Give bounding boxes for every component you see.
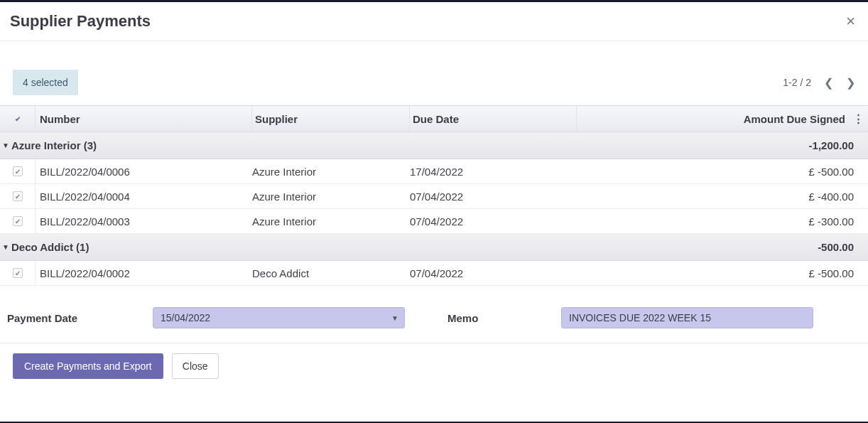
create-payments-export-button[interactable]: Create Payments and Export <box>13 353 163 379</box>
modal-title: Supplier Payments <box>10 12 151 31</box>
cell-supplier: Azure Interior <box>252 215 410 227</box>
group-total: -1,200.00 <box>809 139 868 151</box>
payment-date-value: 15/04/2022 <box>161 312 210 323</box>
controls-row: 4 selected 1-2 / 2 ❮ ❯ <box>0 41 868 98</box>
cell-supplier: Azure Interior <box>252 166 410 178</box>
payment-date-input[interactable]: 15/04/2022 ▼ <box>153 307 405 328</box>
cell-amount: £ -300.00 <box>577 215 868 227</box>
pager-next-icon[interactable]: ❯ <box>846 76 855 90</box>
header-supplier[interactable]: Supplier <box>252 106 410 132</box>
cell-due: 07/04/2022 <box>410 267 577 279</box>
table-row[interactable]: ✔ BILL/2022/04/0004 Azure Interior 07/04… <box>0 184 868 209</box>
row-checkbox[interactable]: ✔ <box>13 268 23 278</box>
pager-text: 1-2 / 2 <box>783 77 811 88</box>
table-header-row: ✔ Number Supplier Due Date Amount Due Si… <box>0 105 868 132</box>
columns-menu-icon[interactable]: ⋮ <box>853 112 864 125</box>
cell-number: BILL/2022/04/0003 <box>36 215 252 227</box>
cell-supplier: Azure Interior <box>252 191 410 203</box>
cell-amount: £ -400.00 <box>577 191 868 203</box>
table-row[interactable]: ✔ BILL/2022/04/0002 Deco Addict 07/04/20… <box>0 261 868 286</box>
caret-down-icon: ▼ <box>391 314 398 322</box>
form-row: Payment Date 15/04/2022 ▼ Memo INVOICES … <box>0 286 868 343</box>
row-checkbox[interactable]: ✔ <box>13 166 23 176</box>
cell-due: 07/04/2022 <box>410 215 577 227</box>
header-amount[interactable]: Amount Due Signed <box>577 113 868 125</box>
supplier-payments-modal: Supplier Payments × 4 selected 1-2 / 2 ❮… <box>0 2 868 422</box>
close-icon[interactable]: × <box>843 12 858 31</box>
group-row-deco[interactable]: ▼ Deco Addict (1) -500.00 <box>0 234 868 261</box>
memo-label: Memo <box>412 312 554 324</box>
table-row[interactable]: ✔ BILL/2022/04/0003 Azure Interior 07/04… <box>0 209 868 234</box>
memo-input[interactable]: INVOICES DUE 2022 WEEK 15 <box>561 307 813 328</box>
header-due-date[interactable]: Due Date <box>410 106 577 132</box>
selected-count-badge[interactable]: 4 selected <box>13 70 78 95</box>
cell-amount: £ -500.00 <box>577 267 868 279</box>
row-checkbox[interactable]: ✔ <box>13 216 23 226</box>
header-checkbox[interactable]: ✔ <box>0 106 36 132</box>
modal-header: Supplier Payments × <box>0 2 868 41</box>
group-total: -500.00 <box>818 241 868 253</box>
pager-prev-icon[interactable]: ❮ <box>824 76 833 90</box>
caret-down-icon[interactable]: ▼ <box>0 141 11 149</box>
cell-number: BILL/2022/04/0004 <box>36 191 252 203</box>
cell-amount: £ -500.00 <box>577 166 868 178</box>
cell-number: BILL/2022/04/0006 <box>36 166 252 178</box>
caret-down-icon[interactable]: ▼ <box>0 243 11 251</box>
cell-supplier: Deco Addict <box>252 267 410 279</box>
cell-due: 07/04/2022 <box>410 191 577 203</box>
modal-footer: Create Payments and Export Close <box>0 343 868 389</box>
payment-date-label: Payment Date <box>7 312 146 324</box>
group-label: Deco Addict (1) <box>11 241 818 253</box>
header-number[interactable]: Number <box>36 106 252 132</box>
memo-value: INVOICES DUE 2022 WEEK 15 <box>569 312 711 323</box>
bills-table: ✔ Number Supplier Due Date Amount Due Si… <box>0 105 868 286</box>
cell-due: 17/04/2022 <box>410 166 577 178</box>
close-button[interactable]: Close <box>172 353 219 379</box>
cell-number: BILL/2022/04/0002 <box>36 267 252 279</box>
table-row[interactable]: ✔ BILL/2022/04/0006 Azure Interior 17/04… <box>0 159 868 184</box>
group-label: Azure Interior (3) <box>11 139 809 151</box>
pager: 1-2 / 2 ❮ ❯ <box>783 76 855 90</box>
group-row-azure[interactable]: ▼ Azure Interior (3) -1,200.00 <box>0 132 868 159</box>
row-checkbox[interactable]: ✔ <box>13 191 23 201</box>
